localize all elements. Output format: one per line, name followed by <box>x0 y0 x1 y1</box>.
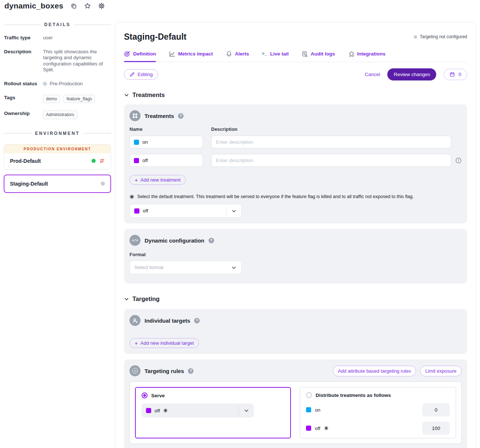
treatments-card-title: Treatments <box>145 113 174 119</box>
tags-field: Tags demo feature_flags <box>4 95 111 103</box>
review-changes-button[interactable]: Review changes <box>387 68 436 80</box>
serve-treatment-select[interactable]: off <box>142 404 254 417</box>
distribute-radio[interactable] <box>306 392 312 398</box>
prod-environment-name: Prod-Default <box>10 158 41 164</box>
person-plus-icon <box>129 315 141 326</box>
schedule-button[interactable]: 0 <box>444 69 467 80</box>
treatment-description-input-on[interactable] <box>211 136 451 148</box>
treatments-help-icon[interactable]: ? <box>178 113 184 119</box>
environment-section-header: ENVIRONMENT <box>4 131 111 136</box>
format-label: Format <box>129 252 146 257</box>
distribute-name-off: off <box>315 426 320 431</box>
chevron-down-icon <box>124 93 129 98</box>
staging-environment-name: Staging-Default <box>10 181 48 187</box>
tab-audit-logs[interactable]: Audit logs <box>302 51 335 62</box>
chevron-down-icon <box>239 408 254 413</box>
targeting-rule-row: Serve off <box>129 381 462 444</box>
tab-alerts[interactable]: Alerts <box>226 51 249 62</box>
rollout-status-value: Pre-Production <box>50 81 83 87</box>
chevron-down-icon <box>227 208 241 214</box>
add-new-treatment-button[interactable]: + Add new treatment <box>129 175 186 185</box>
pencil-icon <box>129 72 135 77</box>
add-individual-target-button[interactable]: + Add new individual target <box>129 338 199 348</box>
targeting-rules-title: Targeting rules <box>145 368 184 374</box>
targeting-rules-help-icon[interactable]: ? <box>188 368 193 374</box>
copy-icon[interactable] <box>71 3 77 9</box>
distribute-swatch-off <box>306 426 311 431</box>
default-treatment-select[interactable]: off <box>129 204 242 218</box>
bullseye-icon <box>129 365 141 376</box>
chevron-down-icon <box>227 265 241 270</box>
tab-definition[interactable]: Definition <box>124 51 156 62</box>
tab-metrics-impact[interactable]: Metrics impact <box>169 51 213 62</box>
serve-label: Serve <box>151 393 165 398</box>
tab-live-tail[interactable]: >_ Live tail <box>262 51 289 62</box>
info-icon[interactable] <box>455 157 462 164</box>
treatment-name-input-off[interactable]: off <box>129 154 203 167</box>
limit-exposure-button[interactable]: Limit exposure <box>420 366 462 376</box>
treatment-description-input-off[interactable] <box>211 154 451 167</box>
status-dot <box>414 35 417 39</box>
treatments-section-heading[interactable]: Treatments <box>124 92 467 98</box>
serve-treatment-swatch <box>146 408 151 413</box>
plus-icon: + <box>135 340 138 346</box>
staging-status-dot <box>101 182 105 186</box>
default-treatment-note: Select the default treatment. This treat… <box>129 194 462 199</box>
definition-target-icon <box>124 51 130 57</box>
editing-button[interactable]: Editing <box>124 69 158 80</box>
tags-label: Tags <box>4 95 43 103</box>
distribute-row-off: off 100 <box>306 422 450 435</box>
status-text: Targeting not configured <box>420 34 467 39</box>
distribute-value-off[interactable]: 100 <box>422 422 450 435</box>
targeting-section-title: Targeting <box>132 295 160 302</box>
details-section-header: DETAILS <box>4 22 111 27</box>
tab-audit-logs-label: Audit logs <box>311 51 335 57</box>
individual-targets-help-icon[interactable]: ? <box>194 318 200 323</box>
rollout-status-diamond-icon <box>42 81 47 86</box>
chevron-down-icon <box>124 297 129 302</box>
description-label: Description <box>4 49 43 73</box>
gear-icon[interactable] <box>98 3 105 9</box>
serve-radio[interactable] <box>142 393 147 398</box>
tab-integrations[interactable]: Integrations <box>348 51 385 62</box>
star-icon[interactable] <box>84 3 91 9</box>
serve-option-box[interactable]: Serve off <box>135 387 291 438</box>
app-header: dynamic_boxes <box>4 1 105 10</box>
code-icon: </> <box>129 235 141 246</box>
treatments-section-title: Treatments <box>132 92 165 98</box>
default-asterisk-icon <box>324 426 328 430</box>
dynamic-configuration-help-icon[interactable]: ? <box>209 238 214 243</box>
feature-flag-name: dynamic_boxes <box>4 1 63 10</box>
individual-targets-title: Individual targets <box>145 318 190 324</box>
cancel-button[interactable]: Cancel <box>365 72 380 77</box>
terminal-icon: >_ <box>262 51 267 57</box>
environment-card-prod[interactable]: PRODUCTION ENVIRONMENT Prod-Default <box>4 144 111 170</box>
treatment-color-swatch-off <box>134 158 139 163</box>
format-select[interactable]: Select format <box>129 261 242 274</box>
targeting-section-heading[interactable]: Targeting <box>124 295 467 302</box>
tag-chip-feature-flags[interactable]: feature_flags <box>64 95 95 103</box>
treatment-name-input-on[interactable]: on <box>129 136 203 148</box>
edit-toolbar: Editing Cancel Review changes 0 <box>124 68 467 80</box>
sidebar: DETAILS Traffic type user Description Th… <box>0 16 115 193</box>
traffic-type-label: Traffic type <box>4 35 43 41</box>
serve-treatment-value: off <box>154 408 160 413</box>
add-attribute-rules-button[interactable]: Add attribute based targeting rules <box>333 366 416 376</box>
tag-chip-demo[interactable]: demo <box>43 95 60 103</box>
description-value: This split showcases the targeting and d… <box>43 49 108 73</box>
environment-card-staging[interactable]: Staging-Default <box>4 175 111 193</box>
rollout-status-field: Rollout status Pre-Production <box>4 81 111 87</box>
treatment-row-off: off <box>129 154 462 167</box>
swap-arrows-icon[interactable] <box>99 158 105 164</box>
targeting-rules-card: Targeting rules ? Add attribute based ta… <box>124 359 467 448</box>
ownership-label: Ownership <box>4 111 43 119</box>
calendar-icon <box>449 72 455 77</box>
ownership-chip-administrators[interactable]: Administrators <box>43 111 77 119</box>
distribute-row-on: on 0 <box>306 403 450 416</box>
puzzle-icon <box>348 51 354 57</box>
distribute-name-on: on <box>315 407 320 413</box>
description-column-header: Description <box>211 126 238 132</box>
plus-icon: + <box>135 177 138 183</box>
distribute-option-box[interactable]: Distribute treatments as follows on 0 of… <box>300 387 456 438</box>
distribute-value-on[interactable]: 0 <box>422 403 450 416</box>
